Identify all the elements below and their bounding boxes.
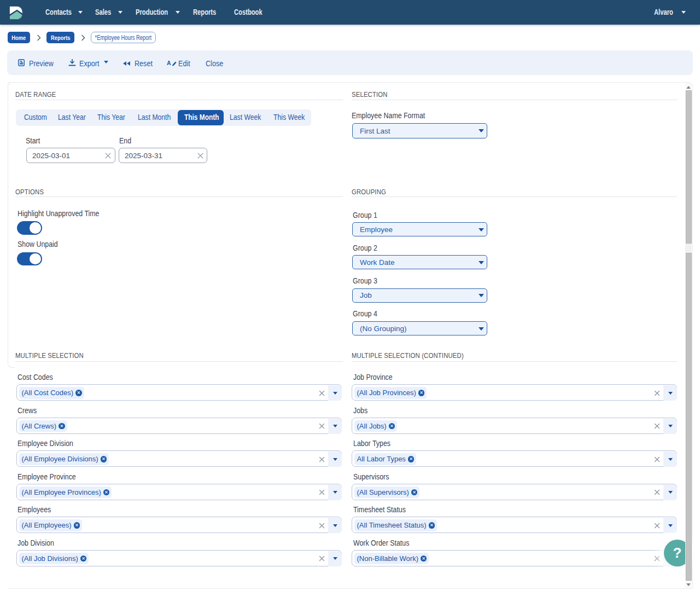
svg-text:A: A [167, 60, 171, 66]
